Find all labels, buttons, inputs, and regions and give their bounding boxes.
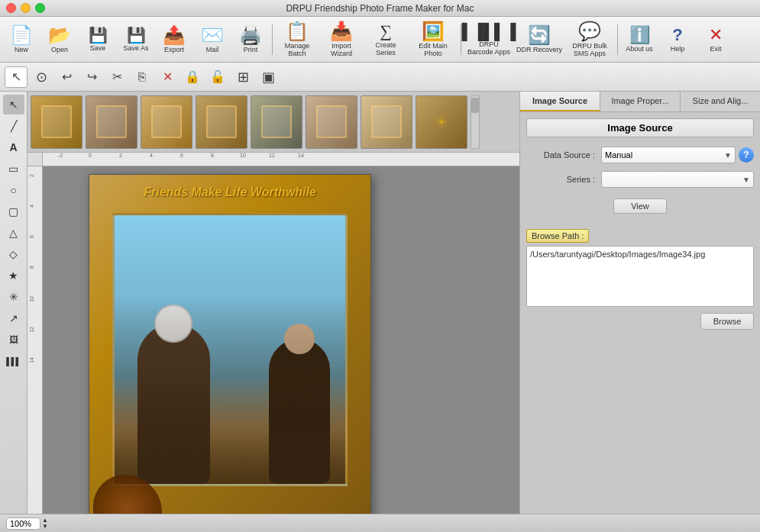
dropdown-arrow-icon: ▼ bbox=[724, 151, 732, 160]
export-button[interactable]: 📤 Export bbox=[156, 19, 192, 60]
create-series-button[interactable]: ∑ Create Series bbox=[364, 19, 407, 60]
grid-button[interactable]: ⊞ bbox=[231, 66, 254, 88]
lock-button[interactable]: 🔒 bbox=[181, 66, 204, 88]
data-source-dropdown[interactable]: Manual ▼ bbox=[601, 147, 736, 163]
undo-button[interactable]: ↩ bbox=[55, 66, 78, 88]
export-icon: 📤 bbox=[163, 26, 186, 44]
frame-button[interactable]: ▣ bbox=[257, 66, 280, 88]
ddr-recovery-label: DDR Recovery bbox=[516, 46, 562, 53]
zoom-button[interactable]: ⊙ bbox=[30, 66, 53, 88]
starburst-tool[interactable]: ✳ bbox=[3, 287, 24, 307]
thumbnail-6[interactable] bbox=[306, 95, 357, 149]
zoom-display: ▲ ▼ bbox=[6, 517, 48, 530]
delete-button[interactable]: ✕ bbox=[156, 66, 179, 88]
thumbnail-scrollbar-handle[interactable] bbox=[471, 98, 479, 113]
roundrect-tool[interactable]: ▢ bbox=[3, 202, 24, 221]
zoom-stepper[interactable]: ▲ ▼ bbox=[42, 517, 48, 530]
zoom-input[interactable] bbox=[6, 517, 40, 530]
tab-image-source[interactable]: Image Source bbox=[520, 92, 600, 111]
unlock-button[interactable]: 🔓 bbox=[206, 66, 229, 88]
ruler-corner bbox=[27, 153, 43, 166]
series-dropdown-arrow-icon: ▼ bbox=[742, 176, 750, 184]
text-tool[interactable]: A bbox=[3, 137, 24, 157]
image-tool[interactable]: 🖼 bbox=[3, 330, 24, 350]
help-button-datasource[interactable]: ? bbox=[739, 147, 754, 163]
open-label: Open bbox=[51, 46, 68, 53]
close-button[interactable] bbox=[6, 3, 16, 13]
open-icon: 📂 bbox=[48, 26, 71, 44]
save-as-button[interactable]: 💾 Save As bbox=[118, 19, 154, 60]
manage-batch-icon: 📋 bbox=[286, 22, 309, 40]
triangle-tool[interactable]: △ bbox=[3, 223, 24, 243]
about-button[interactable]: ℹ️ About us bbox=[621, 19, 658, 60]
redo-button[interactable]: ↪ bbox=[80, 66, 103, 88]
save-label: Save bbox=[90, 44, 106, 52]
manage-batch-button[interactable]: 📋 Manage Batch bbox=[276, 19, 319, 60]
main-content: ↖ ╱ A ▭ ○ ▢ △ ◇ ★ ✳ ↗ 🖼 ▌▌▌ ☀ bbox=[0, 92, 760, 514]
data-source-label: Data Source : bbox=[526, 150, 595, 160]
tab-image-properties[interactable]: Image Proper... bbox=[600, 92, 681, 111]
circle-tool[interactable]: ○ bbox=[3, 180, 24, 200]
browse-button[interactable]: Browse bbox=[700, 313, 754, 330]
canvas-scroll[interactable]: Friends Make Life Worthwhile bbox=[43, 166, 519, 514]
statusbar: ▲ ▼ bbox=[0, 514, 760, 532]
save-button[interactable]: 💾 Save bbox=[79, 19, 116, 60]
save-as-icon: 💾 bbox=[127, 27, 146, 43]
panel-content: Image Source Data Source : Manual ▼ ? Se… bbox=[520, 112, 760, 514]
browse-path-value: /Users/taruntyagi/Desktop/Images/Image34… bbox=[526, 246, 754, 307]
open-button[interactable]: 📂 Open bbox=[41, 19, 78, 60]
thumbnail-2[interactable] bbox=[86, 95, 137, 149]
person-left-silhouette bbox=[137, 324, 210, 484]
edit-main-photo-icon: 🖼️ bbox=[422, 22, 445, 40]
thumbnail-scrollbar[interactable] bbox=[471, 95, 480, 149]
toolbar-separator-1 bbox=[272, 24, 273, 55]
save-as-label: Save As bbox=[123, 44, 148, 52]
help-button[interactable]: ? Help bbox=[659, 19, 696, 60]
series-dropdown[interactable]: ▼ bbox=[601, 171, 754, 188]
bulk-sms-button[interactable]: 💬 DRPU Bulk SMS Apps bbox=[565, 19, 614, 60]
data-source-value: Manual bbox=[605, 150, 632, 160]
thumbnail-1[interactable] bbox=[31, 95, 82, 149]
mail-button[interactable]: ✉️ Mail bbox=[194, 19, 231, 60]
traffic-lights bbox=[6, 3, 45, 13]
line-tool[interactable]: ╱ bbox=[3, 116, 24, 136]
barcode-label: DRPU Barcode Apps bbox=[466, 40, 512, 56]
export-label: Export bbox=[164, 46, 184, 53]
import-wizard-button[interactable]: 📥 Import Wizard bbox=[320, 19, 363, 60]
print-button[interactable]: 🖨️ Print bbox=[232, 19, 269, 60]
ruler-top: -2 0 2 4 6 8 10 12 14 bbox=[43, 153, 519, 166]
data-source-control: Manual ▼ ? bbox=[601, 147, 754, 163]
new-icon: 📄 bbox=[10, 26, 33, 44]
star-tool[interactable]: ★ bbox=[3, 266, 24, 285]
barcode-tool[interactable]: ▌▌▌ bbox=[3, 351, 24, 371]
thumbnail-8[interactable]: ☀ bbox=[416, 95, 467, 149]
diamond-tool[interactable]: ◇ bbox=[3, 244, 24, 264]
barcode-apps-button[interactable]: ▌▐▌▌▐ DRPU Barcode Apps bbox=[464, 19, 513, 60]
minimize-button[interactable] bbox=[21, 3, 31, 13]
maximize-button[interactable] bbox=[35, 3, 45, 13]
thumbnail-5[interactable] bbox=[251, 95, 302, 149]
thumbnail-7[interactable] bbox=[361, 95, 412, 149]
thumbnail-3[interactable] bbox=[141, 95, 192, 149]
rect-tool[interactable]: ▭ bbox=[3, 159, 24, 179]
copy-button[interactable]: ⎘ bbox=[131, 66, 154, 88]
pointer-tool[interactable]: ↖ bbox=[3, 95, 24, 114]
view-button[interactable]: View bbox=[613, 198, 667, 214]
person-right-silhouette bbox=[269, 339, 330, 484]
tab-size-align[interactable]: Size and Alig... bbox=[681, 92, 760, 111]
ddr-recovery-button[interactable]: 🔄 DDR Recovery bbox=[515, 19, 564, 60]
print-label: Print bbox=[244, 46, 258, 53]
new-button[interactable]: 📄 New bbox=[3, 19, 40, 60]
bulk-sms-label: DRPU Bulk SMS Apps bbox=[567, 42, 613, 57]
help-icon: ? bbox=[672, 27, 682, 44]
exit-button[interactable]: ✕ Exit bbox=[697, 19, 734, 60]
app-title: DRPU Friendship Photo Frame Maker for Ma… bbox=[286, 3, 474, 14]
mail-icon: ✉️ bbox=[201, 26, 224, 44]
series-row: Series : ▼ bbox=[526, 171, 754, 188]
cut-button[interactable]: ✂ bbox=[105, 66, 128, 88]
edit-main-photo-button[interactable]: 🖼️ Edit Main Photo bbox=[409, 19, 458, 60]
thumbnail-4[interactable] bbox=[196, 95, 247, 149]
arrow-tool[interactable]: ↗ bbox=[3, 308, 24, 328]
series-label: Series : bbox=[526, 175, 595, 184]
select-tool-button[interactable]: ↖ bbox=[5, 66, 27, 88]
